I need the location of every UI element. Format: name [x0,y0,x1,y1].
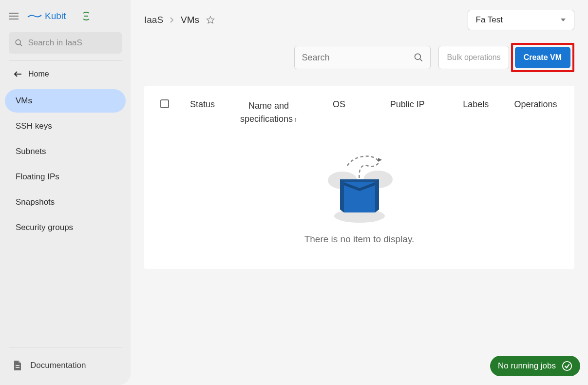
brand-wave-icon [27,14,42,19]
column-status[interactable]: Status [177,96,228,113]
brand-name: Kubit [45,11,66,21]
svg-point-18 [563,362,571,370]
jobs-status-label: No running jobs [498,361,556,371]
svg-line-8 [420,59,422,61]
bulk-operations-button[interactable]: Bulk operations [438,46,509,69]
arrow-left-icon [14,71,22,77]
column-name-label: Name and specifications [240,101,293,124]
breadcrumb-current: VMs [181,15,199,25]
top-row: IaaS VMs Fa Test [144,10,574,30]
sidebar-footer: Documentation [0,347,131,385]
empty-box-icon [321,150,398,223]
chevron-right-icon [170,17,174,23]
sidebar-search-input[interactable] [28,38,116,48]
home-link[interactable]: Home [0,61,131,85]
secondary-logo-icon[interactable] [81,11,91,21]
empty-state: There is no item to display. [153,150,566,245]
documentation-link[interactable]: Documentation [9,357,122,374]
column-public-ip[interactable]: Public IP [369,96,446,113]
main-search[interactable] [294,46,431,69]
select-all-checkbox[interactable] [160,99,169,108]
select-all-cell [153,96,177,108]
check-circle-icon [562,361,572,371]
action-row: Bulk operations Create VM [144,43,574,72]
documentation-label: Documentation [30,361,86,370]
search-icon [15,38,23,48]
sidebar-item-vms[interactable]: VMs [5,89,126,113]
hamburger-menu-icon[interactable] [9,13,19,19]
empty-state-message: There is no item to display. [304,234,415,245]
sidebar-item-security-groups[interactable]: Security groups [5,216,126,239]
breadcrumb: IaaS VMs [144,15,215,25]
svg-point-0 [16,39,20,44]
column-os[interactable]: OS [309,96,369,113]
sidebar: Kubit Home VMs SSH keys Subnets Floating… [0,0,131,385]
svg-marker-13 [340,179,379,182]
svg-marker-16 [375,179,379,212]
main-content: IaaS VMs Fa Test Bulk operations [131,0,588,279]
caret-down-icon [560,18,566,22]
sidebar-header: Kubit [0,0,131,32]
sidebar-item-floating-ips[interactable]: Floating IPs [5,165,126,189]
create-vm-highlight: Create VM [511,43,574,72]
document-icon [13,360,22,371]
main-search-input[interactable] [302,53,414,63]
column-labels[interactable]: Labels [446,96,506,113]
home-label: Home [28,70,49,78]
sidebar-item-ssh-keys[interactable]: SSH keys [5,115,126,138]
column-operations[interactable]: Operations [506,96,566,113]
svg-marker-12 [378,158,382,162]
svg-point-7 [415,54,421,59]
favorite-star-icon[interactable] [206,16,215,24]
search-icon[interactable] [414,52,423,63]
svg-marker-6 [561,19,566,21]
column-name[interactable]: Name and specifications↑ [228,96,309,129]
svg-marker-15 [340,179,344,212]
svg-marker-5 [207,17,214,23]
project-selector[interactable]: Fa Test [468,10,574,30]
jobs-status-pill[interactable]: No running jobs [490,356,580,376]
sidebar-item-snapshots[interactable]: Snapshots [5,191,126,214]
vm-table-card: Status Name and specifications↑ OS Publi… [144,86,574,269]
nav-list: VMs SSH keys Subnets Floating IPs Snapsh… [0,85,131,243]
sidebar-search[interactable] [9,32,122,54]
table-header: Status Name and specifications↑ OS Publi… [153,96,566,129]
svg-line-1 [20,44,22,46]
sidebar-item-subnets[interactable]: Subnets [5,140,126,163]
create-vm-button[interactable]: Create VM [515,47,570,68]
project-selector-value: Fa Test [476,15,503,25]
breadcrumb-root[interactable]: IaaS [144,15,163,25]
sort-ascending-icon: ↑ [294,116,297,123]
divider [9,347,122,348]
brand-logo[interactable]: Kubit [27,11,66,21]
